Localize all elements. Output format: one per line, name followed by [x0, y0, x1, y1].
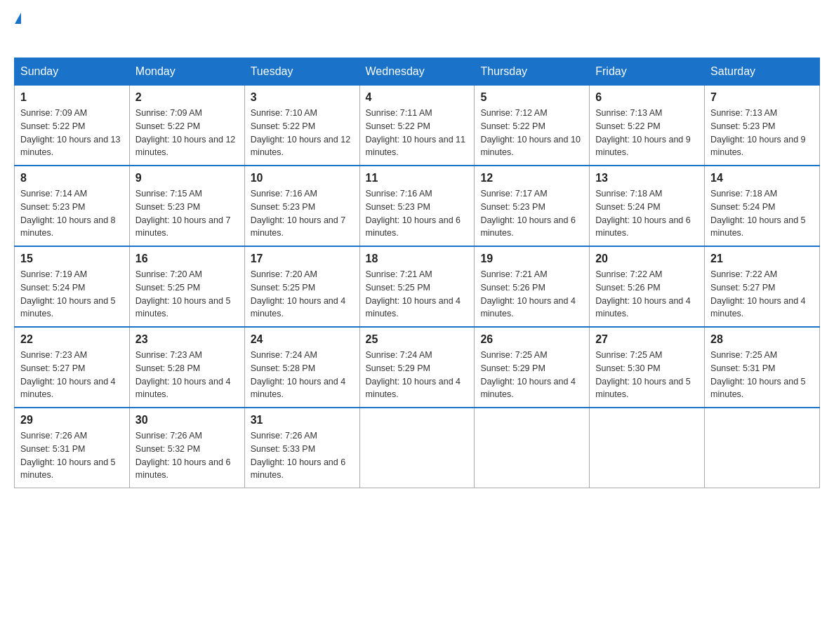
day-number: 26 — [480, 333, 583, 346]
day-info: Sunrise: 7:26 AMSunset: 5:33 PMDaylight:… — [251, 431, 346, 480]
weekday-header-saturday: Saturday — [705, 58, 820, 86]
day-info: Sunrise: 7:14 AMSunset: 5:23 PMDaylight:… — [20, 189, 116, 238]
calendar-cell: 22 Sunrise: 7:23 AMSunset: 5:27 PMDaylig… — [15, 327, 130, 408]
calendar-cell: 2 Sunrise: 7:09 AMSunset: 5:22 PMDayligh… — [129, 86, 244, 166]
day-info: Sunrise: 7:22 AMSunset: 5:26 PMDaylight:… — [595, 269, 691, 318]
calendar-cell: 16 Sunrise: 7:20 AMSunset: 5:25 PMDaylig… — [129, 246, 244, 327]
day-number: 3 — [251, 91, 354, 104]
calendar-cell: 28 Sunrise: 7:25 AMSunset: 5:31 PMDaylig… — [705, 327, 820, 408]
calendar-cell — [590, 408, 705, 488]
day-info: Sunrise: 7:18 AMSunset: 5:24 PMDaylight:… — [595, 189, 691, 238]
day-info: Sunrise: 7:17 AMSunset: 5:23 PMDaylight:… — [480, 189, 576, 238]
day-number: 31 — [251, 414, 354, 427]
calendar-cell: 20 Sunrise: 7:22 AMSunset: 5:26 PMDaylig… — [590, 246, 705, 327]
weekday-header-row: SundayMondayTuesdayWednesdayThursdayFrid… — [15, 58, 820, 86]
day-info: Sunrise: 7:09 AMSunset: 5:22 PMDaylight:… — [135, 108, 235, 157]
day-info: Sunrise: 7:23 AMSunset: 5:28 PMDaylight:… — [135, 350, 231, 399]
day-info: Sunrise: 7:20 AMSunset: 5:25 PMDaylight:… — [135, 269, 231, 318]
day-number: 5 — [480, 91, 583, 104]
calendar-cell: 7 Sunrise: 7:13 AMSunset: 5:23 PMDayligh… — [705, 86, 820, 166]
calendar-week-row: 8 Sunrise: 7:14 AMSunset: 5:23 PMDayligh… — [15, 166, 820, 246]
day-number: 9 — [135, 172, 239, 185]
day-number: 18 — [366, 253, 469, 265]
day-number: 19 — [480, 253, 583, 265]
calendar-cell: 4 Sunrise: 7:11 AMSunset: 5:22 PMDayligh… — [359, 86, 475, 166]
day-number: 7 — [710, 91, 814, 104]
day-number: 12 — [480, 172, 583, 185]
day-number: 30 — [135, 414, 239, 427]
calendar-cell: 1 Sunrise: 7:09 AMSunset: 5:22 PMDayligh… — [15, 86, 130, 166]
day-number: 24 — [251, 333, 354, 346]
day-info: Sunrise: 7:16 AMSunset: 5:23 PMDaylight:… — [366, 189, 461, 238]
calendar-cell: 14 Sunrise: 7:18 AMSunset: 5:24 PMDaylig… — [705, 166, 820, 246]
day-info: Sunrise: 7:10 AMSunset: 5:22 PMDaylight:… — [251, 108, 350, 157]
day-info: Sunrise: 7:11 AMSunset: 5:22 PMDaylight:… — [366, 108, 465, 157]
calendar-cell — [359, 408, 475, 488]
day-info: Sunrise: 7:25 AMSunset: 5:30 PMDaylight:… — [595, 350, 691, 399]
calendar-cell: 11 Sunrise: 7:16 AMSunset: 5:23 PMDaylig… — [359, 166, 475, 246]
day-info: Sunrise: 7:23 AMSunset: 5:27 PMDaylight:… — [20, 350, 116, 399]
calendar-cell: 9 Sunrise: 7:15 AMSunset: 5:23 PMDayligh… — [129, 166, 244, 246]
calendar-cell: 13 Sunrise: 7:18 AMSunset: 5:24 PMDaylig… — [590, 166, 705, 246]
header — [14, 14, 820, 43]
calendar-week-row: 29 Sunrise: 7:26 AMSunset: 5:31 PMDaylig… — [15, 408, 820, 488]
logo — [14, 14, 21, 43]
day-info: Sunrise: 7:19 AMSunset: 5:24 PMDaylight:… — [20, 269, 116, 318]
calendar-week-row: 22 Sunrise: 7:23 AMSunset: 5:27 PMDaylig… — [15, 327, 820, 408]
day-info: Sunrise: 7:21 AMSunset: 5:25 PMDaylight:… — [366, 269, 461, 318]
day-number: 28 — [710, 333, 814, 346]
weekday-header-monday: Monday — [129, 58, 244, 86]
day-info: Sunrise: 7:18 AMSunset: 5:24 PMDaylight:… — [710, 189, 806, 238]
day-number: 29 — [20, 414, 124, 427]
day-number: 16 — [135, 253, 239, 265]
day-number: 22 — [20, 333, 124, 346]
day-info: Sunrise: 7:12 AMSunset: 5:22 PMDaylight:… — [480, 108, 580, 157]
day-info: Sunrise: 7:13 AMSunset: 5:22 PMDaylight:… — [595, 108, 691, 157]
calendar-table: SundayMondayTuesdayWednesdayThursdayFrid… — [14, 58, 820, 488]
day-number: 17 — [251, 253, 354, 265]
calendar-cell: 24 Sunrise: 7:24 AMSunset: 5:28 PMDaylig… — [244, 327, 359, 408]
day-info: Sunrise: 7:26 AMSunset: 5:32 PMDaylight:… — [135, 431, 231, 480]
weekday-header-sunday: Sunday — [15, 58, 130, 86]
calendar-cell: 27 Sunrise: 7:25 AMSunset: 5:30 PMDaylig… — [590, 327, 705, 408]
calendar-cell: 8 Sunrise: 7:14 AMSunset: 5:23 PMDayligh… — [15, 166, 130, 246]
day-number: 4 — [366, 91, 469, 104]
calendar-cell: 10 Sunrise: 7:16 AMSunset: 5:23 PMDaylig… — [244, 166, 359, 246]
day-info: Sunrise: 7:21 AMSunset: 5:26 PMDaylight:… — [480, 269, 576, 318]
day-number: 15 — [20, 253, 124, 265]
day-info: Sunrise: 7:16 AMSunset: 5:23 PMDaylight:… — [251, 189, 346, 238]
day-number: 13 — [595, 172, 699, 185]
day-info: Sunrise: 7:13 AMSunset: 5:23 PMDaylight:… — [710, 108, 806, 157]
calendar-cell: 30 Sunrise: 7:26 AMSunset: 5:32 PMDaylig… — [129, 408, 244, 488]
calendar-cell: 23 Sunrise: 7:23 AMSunset: 5:28 PMDaylig… — [129, 327, 244, 408]
day-number: 2 — [135, 91, 239, 104]
day-number: 27 — [595, 333, 699, 346]
day-number: 14 — [710, 172, 814, 185]
calendar-cell: 25 Sunrise: 7:24 AMSunset: 5:29 PMDaylig… — [359, 327, 475, 408]
day-info: Sunrise: 7:25 AMSunset: 5:29 PMDaylight:… — [480, 350, 576, 399]
day-number: 10 — [251, 172, 354, 185]
calendar-cell: 29 Sunrise: 7:26 AMSunset: 5:31 PMDaylig… — [15, 408, 130, 488]
day-number: 20 — [595, 253, 699, 265]
calendar-cell: 5 Sunrise: 7:12 AMSunset: 5:22 PMDayligh… — [475, 86, 590, 166]
weekday-header-tuesday: Tuesday — [244, 58, 359, 86]
day-number: 11 — [366, 172, 469, 185]
calendar-cell: 18 Sunrise: 7:21 AMSunset: 5:25 PMDaylig… — [359, 246, 475, 327]
day-info: Sunrise: 7:24 AMSunset: 5:28 PMDaylight:… — [251, 350, 346, 399]
calendar-cell: 15 Sunrise: 7:19 AMSunset: 5:24 PMDaylig… — [15, 246, 130, 327]
calendar-cell: 26 Sunrise: 7:25 AMSunset: 5:29 PMDaylig… — [475, 327, 590, 408]
day-number: 8 — [20, 172, 124, 185]
day-info: Sunrise: 7:20 AMSunset: 5:25 PMDaylight:… — [251, 269, 346, 318]
weekday-header-thursday: Thursday — [475, 58, 590, 86]
calendar-cell: 21 Sunrise: 7:22 AMSunset: 5:27 PMDaylig… — [705, 246, 820, 327]
day-info: Sunrise: 7:24 AMSunset: 5:29 PMDaylight:… — [366, 350, 461, 399]
calendar-cell: 17 Sunrise: 7:20 AMSunset: 5:25 PMDaylig… — [244, 246, 359, 327]
calendar-cell — [475, 408, 590, 488]
calendar-cell: 19 Sunrise: 7:21 AMSunset: 5:26 PMDaylig… — [475, 246, 590, 327]
weekday-header-wednesday: Wednesday — [359, 58, 475, 86]
calendar-cell: 31 Sunrise: 7:26 AMSunset: 5:33 PMDaylig… — [244, 408, 359, 488]
day-number: 1 — [20, 91, 124, 104]
calendar-week-row: 1 Sunrise: 7:09 AMSunset: 5:22 PMDayligh… — [15, 86, 820, 166]
calendar-week-row: 15 Sunrise: 7:19 AMSunset: 5:24 PMDaylig… — [15, 246, 820, 327]
day-info: Sunrise: 7:15 AMSunset: 5:23 PMDaylight:… — [135, 189, 231, 238]
